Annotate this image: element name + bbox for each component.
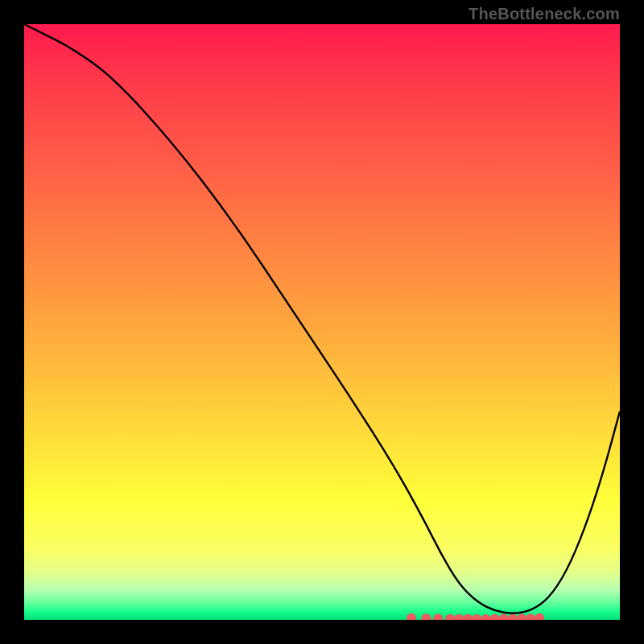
- bottleneck-curve: [24, 24, 620, 613]
- chart-svg: [24, 24, 620, 620]
- marker-dot: [535, 613, 544, 620]
- marker-dot: [463, 614, 473, 620]
- marker-dot: [472, 614, 481, 620]
- marker-dot: [508, 614, 518, 620]
- curve-minimum-markers: [407, 613, 544, 620]
- marker-dot: [433, 614, 443, 620]
- marker-dot: [499, 614, 509, 620]
- marker-dot: [517, 614, 526, 620]
- plot-area: [24, 24, 620, 620]
- marker-dot: [454, 614, 464, 620]
- marker-dot: [445, 614, 455, 620]
- chart-container: TheBottleneck.com: [0, 0, 644, 644]
- marker-dot: [526, 613, 535, 620]
- marker-dot: [422, 613, 431, 620]
- marker-dot: [481, 614, 491, 620]
- watermark-label: TheBottleneck.com: [469, 5, 620, 23]
- marker-dot: [407, 613, 416, 620]
- marker-dot: [490, 614, 500, 620]
